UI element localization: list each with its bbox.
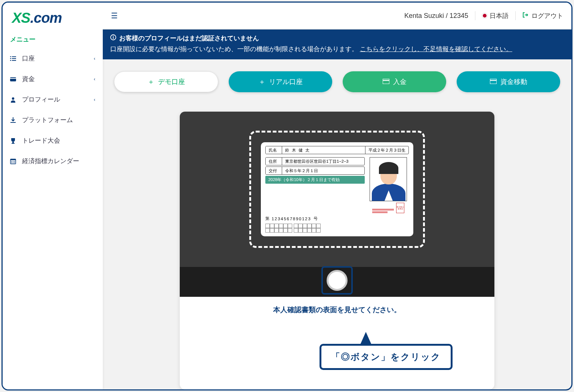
logo: XS.com — [3, 3, 103, 33]
language-label: 日本語 — [490, 12, 509, 20]
plus-icon: ＋ — [148, 77, 154, 86]
list-icon — [10, 56, 18, 62]
transfer-button[interactable]: 資金移動 — [457, 71, 560, 92]
id-num-suffix: 号 — [314, 216, 318, 221]
svg-rect-22 — [383, 80, 389, 81]
logo-part-xs: XS — [12, 10, 30, 26]
svg-rect-12 — [11, 161, 12, 162]
chevron-left-icon: ‹ — [94, 97, 95, 102]
sidebar-item-platform[interactable]: プラットフォーム — [3, 110, 103, 130]
chevron-left-icon: ‹ — [94, 77, 95, 82]
demo-account-button[interactable]: ＋ デモ口座 — [114, 71, 218, 92]
svg-rect-11 — [10, 159, 16, 160]
id-num-prefix: 第 — [265, 216, 269, 221]
svg-rect-0 — [10, 56, 11, 57]
sidebar-item-calendar[interactable]: 経済指標カレンダー — [3, 151, 103, 171]
id-number-row: 第 1234567890123 号 — [265, 216, 365, 221]
alert-body-text: 口座開設に必要な情報が揃っていないため、一部の機能が制限される場合があります。 — [110, 46, 360, 53]
download-icon — [10, 117, 18, 123]
capture-button[interactable] — [327, 270, 348, 291]
svg-rect-15 — [11, 162, 12, 163]
button-label: デモ口座 — [158, 77, 185, 86]
id-name-label: 氏名 — [266, 146, 282, 154]
alert-title-text: お客様のプロフィールはまだ認証されていません — [119, 34, 259, 43]
sidebar-item-label: プラットフォーム — [22, 116, 95, 124]
id-barcode — [372, 209, 394, 213]
capture-frame: 氏名 鈴 木 健 太 平成２年２月３日生 住所 東京都世田谷区世田谷1丁目1−2… — [249, 131, 425, 248]
alert-link[interactable]: こちらをクリックし、不足情報を確認してください。 — [360, 46, 512, 53]
id-photo — [370, 157, 407, 201]
svg-rect-23 — [490, 79, 497, 84]
callout-arrow — [360, 332, 372, 345]
chevron-left-icon: ‹ — [94, 56, 95, 61]
id-addr-label: 住所 — [266, 158, 282, 165]
id-dob: 平成２年２月３日生 — [365, 146, 408, 154]
svg-point-8 — [12, 97, 14, 99]
logout-icon — [522, 12, 528, 20]
svg-rect-5 — [12, 60, 16, 61]
svg-rect-4 — [10, 60, 11, 61]
sidebar-item-funds[interactable]: 資金 ‹ — [3, 69, 103, 89]
sidebar-item-competition[interactable]: トレード大会 — [3, 130, 103, 151]
svg-rect-17 — [14, 162, 15, 163]
capture-button-highlight — [321, 266, 353, 295]
svg-rect-2 — [10, 58, 11, 59]
svg-rect-9 — [10, 122, 16, 123]
sidebar-item-label: 資金 — [22, 75, 94, 83]
svg-rect-7 — [10, 78, 16, 79]
id-num-value: 1234567890123 — [272, 217, 311, 221]
card-icon — [383, 78, 389, 86]
instruction-text: 本人確認書類の表面を見せてください。 — [180, 297, 494, 333]
button-label: 資金移動 — [500, 77, 527, 86]
user-name: Kenta Suzuki / 12345 — [404, 12, 468, 20]
hamburger-icon[interactable]: ☰ — [111, 11, 118, 20]
card-icon — [490, 78, 497, 86]
camera-viewport: 氏名 鈴 木 健 太 平成２年２月３日生 住所 東京都世田谷区世田谷1丁目1−2… — [180, 112, 494, 267]
plus-icon: ＋ — [259, 77, 265, 86]
svg-rect-3 — [12, 58, 16, 59]
svg-rect-19 — [113, 37, 114, 39]
svg-rect-13 — [13, 161, 13, 162]
id-card-sample: 氏名 鈴 木 健 太 平成２年２月３日生 住所 東京都世田谷区世田谷1丁目1−2… — [261, 142, 413, 236]
trophy-icon — [10, 138, 18, 144]
sidebar-item-accounts[interactable]: 口座 ‹ — [3, 48, 103, 69]
id-grid-boxes — [265, 224, 365, 233]
sidebar-item-profile[interactable]: プロフィール ‹ — [3, 89, 103, 110]
user-icon — [10, 97, 18, 103]
svg-rect-24 — [490, 80, 497, 81]
logo-part-com: .com — [30, 10, 62, 26]
svg-rect-21 — [383, 79, 389, 84]
topbar: ☰ Kenta Suzuki / 12345 日本語 ログアウト — [103, 3, 571, 29]
sidebar-item-label: プロフィール — [22, 95, 94, 104]
capture-bar — [180, 267, 494, 297]
sidebar: XS.com メニュー 口座 ‹ 資金 ‹ プロフィール ‹ プラットフォーム — [3, 3, 103, 389]
deposit-button[interactable]: 入金 — [343, 71, 446, 92]
sidebar-item-label: トレード大会 — [22, 136, 95, 145]
sidebar-item-label: 口座 — [22, 54, 94, 63]
svg-rect-1 — [12, 56, 16, 57]
callout-tooltip: 「◎ボタン」をクリック — [320, 344, 453, 370]
id-valid-until: 2028年（令和10年）２月１日まで有効 — [265, 176, 365, 184]
id-issue-label: 交付 — [266, 167, 282, 174]
logout-label: ログアウト — [531, 12, 563, 20]
svg-rect-6 — [10, 77, 16, 81]
flag-jp-icon — [482, 13, 487, 18]
button-label: リアル口座 — [269, 77, 303, 86]
id-name-value: 鈴 木 健 太 — [282, 146, 365, 154]
divider — [475, 11, 475, 20]
logout-button[interactable]: ログアウト — [522, 12, 563, 20]
calendar-icon — [10, 158, 18, 164]
divider — [515, 11, 516, 20]
svg-rect-20 — [113, 36, 114, 37]
sidebar-menu-title: メニュー — [3, 33, 103, 48]
wallet-icon — [10, 76, 18, 82]
real-account-button[interactable]: ＋ リアル口座 — [229, 71, 332, 92]
id-addr-value: 東京都世田谷区世田谷1丁目1−2−3 — [282, 158, 364, 165]
svg-rect-16 — [13, 162, 13, 163]
button-label: 入金 — [393, 77, 407, 86]
id-seal: 東京都公安員会 — [396, 203, 404, 213]
sidebar-menu: 口座 ‹ 資金 ‹ プロフィール ‹ プラットフォーム トレード大会 — [3, 48, 103, 171]
language-selector[interactable]: 日本語 — [482, 12, 509, 20]
svg-rect-14 — [14, 161, 15, 162]
sidebar-item-label: 経済指標カレンダー — [22, 157, 95, 165]
